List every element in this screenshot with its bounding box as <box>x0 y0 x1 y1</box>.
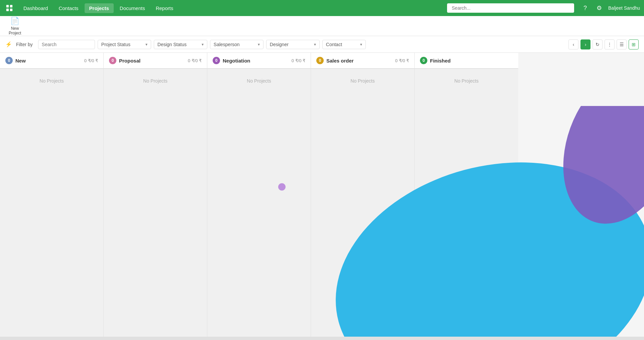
no-projects-finished: No Projects <box>454 78 478 84</box>
kanban-board: 0 New 0 ₹/0 ₹ No Projects 0 Proposal 0 ₹… <box>0 53 644 340</box>
col-header-negotiation: 0 Negotiation 0 ₹/0 ₹ <box>207 53 311 69</box>
help-icon[interactable]: ? <box>580 3 590 13</box>
col-body-finished: No Projects <box>415 69 518 340</box>
col-title-new: New <box>15 58 82 64</box>
kanban-col-new: 0 New 0 ₹/0 ₹ No Projects <box>0 53 104 340</box>
col-header-finished: 0 Finished <box>415 53 518 69</box>
design-status-label: Design Status <box>157 42 187 47</box>
more-options-button[interactable]: ⋮ <box>605 39 615 49</box>
kanban-view-button[interactable]: ⊞ <box>629 39 639 49</box>
no-projects-proposal: No Projects <box>143 78 167 84</box>
nav-documents[interactable]: Documents <box>115 3 150 13</box>
global-search-input[interactable] <box>447 3 574 13</box>
search-filter-input[interactable] <box>38 40 95 49</box>
topnav-icons: ? ⚙ <box>580 3 604 13</box>
filter-by-label: Filter by <box>16 42 33 47</box>
col-badge-new: 0 <box>5 57 13 64</box>
col-amount-sales-order: 0 ₹/0 ₹ <box>395 58 409 63</box>
col-amount-new: 0 ₹/0 ₹ <box>84 58 98 63</box>
contact-dropdown[interactable]: Contact ▾ <box>322 40 366 49</box>
chevron-down-icon: ▾ <box>202 42 204 47</box>
svg-rect-1 <box>10 5 12 7</box>
kanban-col-negotiation: 0 Negotiation 0 ₹/0 ₹ No Projects <box>207 53 311 340</box>
new-project-button[interactable]: 📄 NewProject <box>5 15 24 37</box>
next-button[interactable]: › <box>580 39 591 49</box>
new-project-label: NewProject <box>9 26 21 35</box>
chevron-down-icon: ▾ <box>314 42 316 47</box>
app-grid-icon[interactable] <box>4 3 15 13</box>
settings-icon[interactable]: ⚙ <box>594 3 604 13</box>
nav-reports[interactable]: Reports <box>151 3 178 13</box>
kanban-col-sales-order: 0 Sales order 0 ₹/0 ₹ No Projects <box>311 53 415 340</box>
no-projects-new: No Projects <box>39 78 64 84</box>
filter-bar: ⚡ Filter by Project Status ▾ Design Stat… <box>0 36 644 53</box>
salesperson-label: Salesperson <box>214 42 240 47</box>
nav-projects[interactable]: Projects <box>85 3 114 13</box>
kanban-col-proposal: 0 Proposal 0 ₹/0 ₹ No Projects <box>104 53 207 340</box>
col-header-proposal: 0 Proposal 0 ₹/0 ₹ <box>104 53 207 69</box>
chevron-down-icon: ▾ <box>360 42 362 47</box>
nav-contacts[interactable]: Contacts <box>54 3 83 13</box>
no-projects-negotiation: No Projects <box>247 78 271 84</box>
main-toolbar: 📄 NewProject <box>0 16 644 36</box>
col-body-sales-order: No Projects <box>311 69 414 340</box>
design-status-dropdown[interactable]: Design Status ▾ <box>154 40 207 49</box>
no-projects-sales-order: No Projects <box>350 78 374 84</box>
svg-rect-0 <box>6 5 9 7</box>
filterbar-actions: ‹ › ↻ ⋮ ☰ ⊞ <box>568 39 639 49</box>
horizontal-scrollbar[interactable] <box>0 337 644 340</box>
col-amount-proposal: 0 ₹/0 ₹ <box>188 58 202 63</box>
col-body-proposal: No Projects <box>104 69 207 340</box>
kanban-col-finished: 0 Finished No Projects <box>415 53 518 340</box>
col-amount-negotiation: 0 ₹/0 ₹ <box>292 58 305 63</box>
top-navigation: Dashboard Contacts Projects Documents Re… <box>0 0 644 16</box>
salesperson-dropdown[interactable]: Salesperson ▾ <box>210 40 263 49</box>
col-body-new: No Projects <box>0 69 103 340</box>
user-menu[interactable]: Baljeet Sandhu <box>608 5 640 11</box>
filter-icon: ⚡ <box>5 41 12 47</box>
prev-button[interactable]: ‹ <box>568 39 578 49</box>
list-view-button[interactable]: ☰ <box>617 39 627 49</box>
col-title-sales-order: Sales order <box>326 58 393 64</box>
new-project-icon: 📄 <box>10 17 19 25</box>
designer-label: Designer <box>270 42 289 47</box>
col-badge-finished: 0 <box>420 57 427 64</box>
svg-rect-3 <box>10 9 12 11</box>
col-badge-negotiation: 0 <box>213 57 220 64</box>
project-status-dropdown[interactable]: Project Status ▾ <box>98 40 151 49</box>
col-header-new: 0 New 0 ₹/0 ₹ <box>0 53 103 69</box>
chevron-down-icon: ▾ <box>258 42 260 47</box>
col-header-sales-order: 0 Sales order 0 ₹/0 ₹ <box>311 53 414 69</box>
col-title-negotiation: Negotiation <box>223 58 289 64</box>
col-title-proposal: Proposal <box>119 58 185 64</box>
project-status-label: Project Status <box>101 42 130 47</box>
refresh-button[interactable]: ↻ <box>593 39 603 49</box>
svg-point-5 <box>543 106 644 240</box>
contact-label: Contact <box>326 42 342 47</box>
col-badge-sales-order: 0 <box>316 57 324 64</box>
col-title-finished: Finished <box>430 58 510 64</box>
svg-rect-2 <box>6 9 9 11</box>
col-body-negotiation: No Projects <box>207 69 311 340</box>
nav-dashboard[interactable]: Dashboard <box>19 3 52 13</box>
designer-dropdown[interactable]: Designer ▾ <box>266 40 320 49</box>
chevron-down-icon: ▾ <box>145 42 147 47</box>
col-badge-proposal: 0 <box>109 57 116 64</box>
